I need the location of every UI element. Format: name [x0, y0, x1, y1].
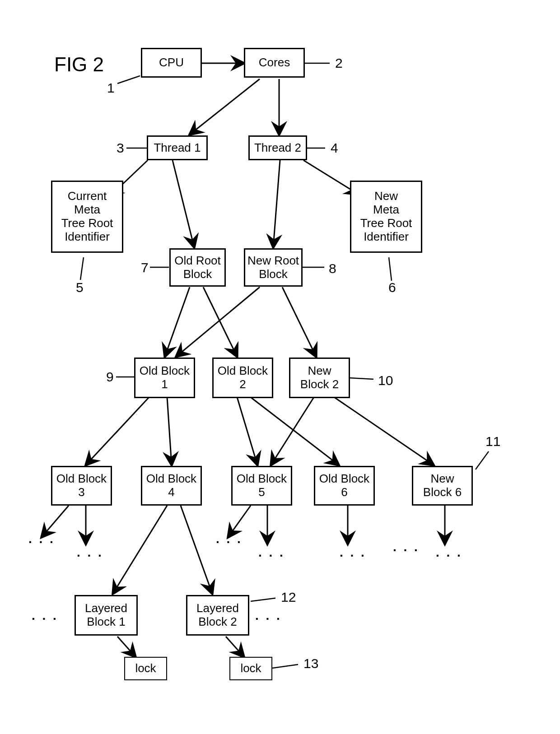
ellipsis: . . .	[32, 609, 58, 623]
svg-line-37	[476, 451, 489, 469]
svg-line-16	[334, 397, 434, 465]
svg-line-11	[86, 397, 149, 465]
svg-line-20	[181, 506, 212, 594]
label-5: 5	[76, 281, 84, 294]
node-thread1: Thread 1	[147, 135, 208, 160]
ellipsis: . . .	[255, 609, 282, 623]
node-lock1: lock	[124, 657, 167, 680]
svg-line-26	[226, 636, 244, 657]
svg-line-36	[349, 378, 373, 379]
label-7: 7	[141, 261, 149, 274]
node-new-block6: New Block 6	[412, 466, 473, 506]
svg-line-27	[117, 76, 140, 84]
node-cores: Cores	[244, 48, 305, 78]
svg-line-7	[165, 287, 190, 357]
svg-line-39	[272, 664, 298, 668]
ellipsis: . . .	[258, 545, 285, 560]
node-old-block5: Old Block 5	[231, 466, 292, 506]
node-cpu: CPU	[141, 48, 202, 78]
ellipsis: . . .	[340, 545, 366, 560]
ellipsis: . . .	[28, 532, 55, 546]
svg-line-12	[167, 397, 172, 465]
node-new-root: New Root Block	[244, 248, 303, 287]
label-2: 2	[335, 56, 343, 70]
svg-line-25	[117, 636, 135, 657]
svg-line-6	[273, 160, 280, 247]
ellipsis: . . .	[393, 540, 420, 554]
figure-title: FIG 2	[54, 53, 104, 76]
label-11: 11	[485, 435, 500, 448]
node-current-meta: Current Meta Tree Root Identifier	[51, 181, 123, 253]
label-12: 12	[281, 590, 296, 604]
label-8: 8	[329, 262, 336, 275]
label-13: 13	[303, 657, 318, 670]
ellipsis: . . .	[216, 532, 243, 546]
label-1: 1	[107, 81, 115, 95]
svg-line-31	[80, 257, 84, 280]
node-old-block6: Old Block 6	[314, 466, 375, 506]
label-9: 9	[106, 370, 114, 384]
svg-line-10	[282, 287, 316, 357]
node-thread2: Thread 2	[248, 135, 307, 160]
svg-line-32	[389, 257, 392, 281]
svg-line-19	[113, 506, 167, 594]
node-old-block2: Old Block 2	[212, 358, 273, 398]
label-3: 3	[117, 141, 124, 155]
label-10: 10	[378, 374, 393, 387]
node-old-block3: Old Block 3	[51, 466, 112, 506]
svg-line-13	[237, 397, 257, 465]
node-new-meta: New Meta Tree Root Identifier	[350, 181, 422, 253]
node-old-root: Old Root Block	[169, 248, 226, 287]
node-new-block2: New Block 2	[289, 358, 350, 398]
svg-line-38	[251, 598, 275, 601]
node-lock2: lock	[229, 657, 272, 680]
svg-line-8	[203, 287, 237, 357]
svg-line-9	[176, 287, 260, 357]
svg-line-15	[271, 397, 314, 465]
label-6: 6	[388, 281, 396, 294]
svg-line-1	[190, 79, 260, 135]
node-old-block1: Old Block 1	[134, 358, 195, 398]
node-layered-block2: Layered Block 2	[186, 595, 249, 636]
node-layered-block1: Layered Block 1	[75, 595, 138, 636]
node-old-block4: Old Block 4	[141, 466, 202, 506]
svg-line-14	[251, 397, 339, 465]
svg-line-4	[173, 160, 194, 247]
label-4: 4	[331, 141, 338, 155]
diagram-canvas: FIG 2	[0, 0, 560, 734]
ellipsis: . . .	[436, 545, 462, 560]
ellipsis: . . .	[77, 545, 103, 560]
